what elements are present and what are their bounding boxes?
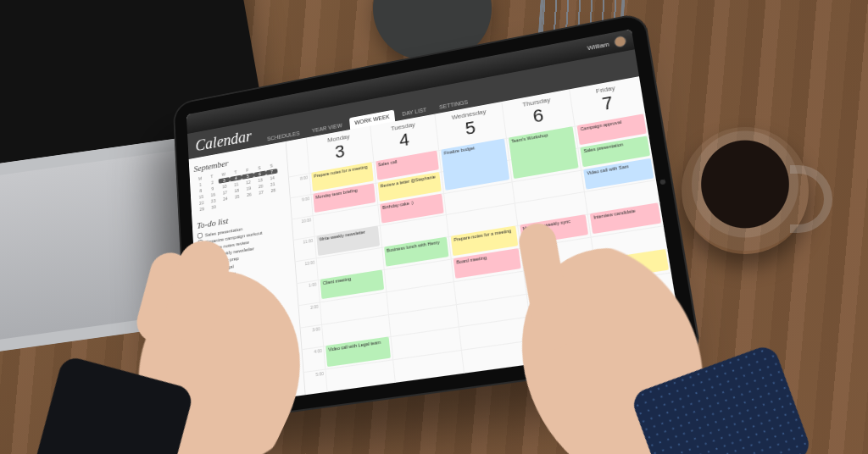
background-coffee-cup [682,127,809,254]
user-name-label: William [587,40,609,51]
tablet-camera-icon [659,179,665,185]
mini-cal-day[interactable]: 30 [208,204,220,211]
avatar[interactable] [614,35,627,48]
mini-cal-day[interactable]: 24 [220,196,231,202]
mini-cal-day[interactable]: 28 [267,187,280,194]
hour-label: 3:00 [300,324,323,349]
hour-label: 12:00 [295,258,317,284]
mini-cal-day[interactable]: 26 [243,191,256,198]
todo-checkbox[interactable] [198,232,203,238]
time-column-header [287,138,309,177]
hour-label: 1:00 [297,280,319,305]
mini-cal-day[interactable]: 25 [231,193,243,200]
mini-cal-day[interactable]: 27 [255,189,268,196]
hour-label: 5:00 [304,369,327,395]
hour-label: 4:00 [302,346,325,372]
mini-cal-day[interactable]: 29 [196,206,208,213]
hour-label: 2:00 [298,302,321,327]
